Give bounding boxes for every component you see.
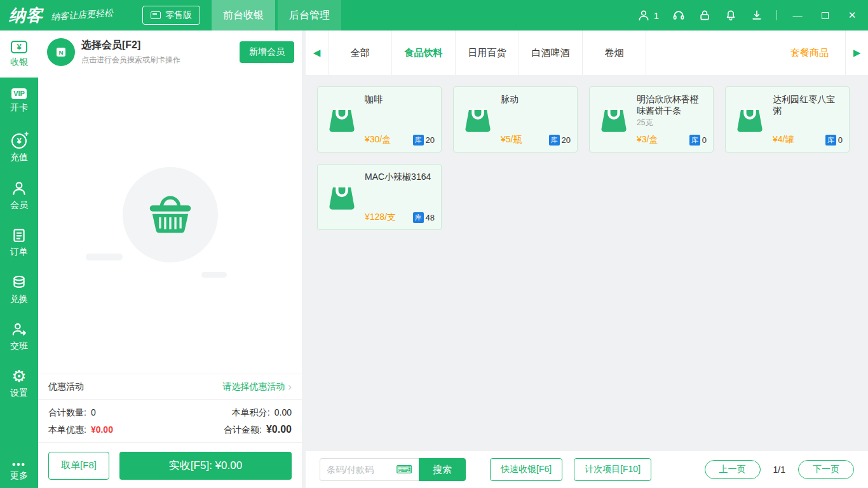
points-label: 本单积分: — [232, 407, 270, 419]
category-tab-food-drink[interactable]: 食品饮料 — [392, 30, 456, 75]
combo-products-tab[interactable]: 套餐商品 — [774, 30, 845, 75]
main-tabs: 前台收银 后台管理 — [212, 0, 341, 30]
sidebar-item-label: 兑换 — [10, 294, 28, 305]
sidebar-item-exchange[interactable]: 兑换 — [0, 266, 38, 313]
product-name: 明治欣欣杯香橙味酱饼干条 — [637, 93, 707, 116]
order-list-icon — [11, 227, 27, 243]
topbar: 纳客 纳客让店更轻松 零售版 前台收银 后台管理 1 — ✕ — [0, 0, 868, 30]
sidebar-item-label: 会员 — [10, 200, 28, 211]
coins-icon — [11, 274, 27, 290]
decoration-cloud — [86, 254, 123, 261]
promo-label: 优惠活动 — [48, 381, 84, 393]
edition-button[interactable]: 零售版 — [142, 6, 200, 25]
category-scroll-left-button[interactable]: ◀ — [306, 30, 329, 75]
product-bottom: ¥30/盒 库20 — [365, 134, 435, 146]
add-member-button[interactable]: 新增会员 — [240, 41, 294, 63]
product-info: 达利园红枣八宝粥 ¥4/罐 库0 — [773, 93, 843, 146]
count-item-button[interactable]: 计次项目[F10] — [574, 458, 651, 481]
product-card[interactable]: 达利园红枣八宝粥 ¥4/罐 库0 — [725, 86, 850, 152]
shopping-bag-icon — [733, 102, 766, 137]
shopping-bag-icon — [597, 102, 630, 137]
member-select-subtitle: 点击进行会员搜索或刷卡操作 — [81, 55, 240, 65]
sidebar-item-open-card[interactable]: VIP 开卡 — [0, 78, 38, 125]
sidebar-item-more[interactable]: ••• 更多 — [0, 461, 38, 488]
prev-page-button[interactable]: 上一页 — [705, 460, 761, 479]
totals-row-2: 本单优惠:¥0.00 合计金额:¥0.00 — [48, 421, 292, 438]
bottom-bar: ⌨ 搜索 快速收银[F6] 计次项目[F10] 上一页 1/1 下一页 — [306, 451, 868, 488]
keyboard-icon[interactable]: ⌨ — [396, 464, 412, 475]
shopping-bag-icon — [461, 102, 494, 137]
download-icon[interactable] — [750, 9, 763, 22]
tab-front-cashier[interactable]: 前台收银 — [212, 0, 275, 30]
stock-badge-icon: 库 — [689, 135, 700, 146]
main-area: ¥ 收银 VIP 开卡 ¥+ 充值 会员 订单 兑换 — [0, 30, 868, 488]
product-card[interactable]: 明治欣欣杯香橙味酱饼干条 25克 ¥3/盒 库0 — [589, 86, 714, 152]
topbar-divider — [776, 10, 777, 20]
sidebar-item-cashier[interactable]: ¥ 收银 — [0, 30, 38, 78]
user-account[interactable]: 1 — [637, 9, 659, 22]
sidebar-item-orders[interactable]: 订单 — [0, 219, 38, 266]
pagination: 上一页 1/1 下一页 — [705, 460, 854, 479]
totals-row-1: 合计数量:0 本单积分:0.00 — [48, 404, 292, 421]
sidebar-item-member[interactable]: 会员 — [0, 172, 38, 219]
product-catalog: ◀ 全部 食品饮料 日用百货 白酒啤酒 卷烟 套餐商品 ▶ 咖啡 ¥30/盒 — [302, 30, 868, 488]
svg-text:N: N — [58, 49, 63, 56]
product-card[interactable]: MAC小辣椒3164 ¥128/支 库48 — [317, 164, 442, 230]
sidebar-item-label: 开卡 — [10, 102, 28, 114]
category-tab-liquor-beer[interactable]: 白酒啤酒 — [519, 30, 583, 75]
bell-icon[interactable] — [724, 9, 737, 22]
more-dots-icon: ••• — [12, 461, 26, 468]
brand: 纳客 纳客让店更轻松 — [9, 4, 113, 27]
next-page-button[interactable]: 下一页 — [798, 460, 854, 479]
order-totals: 合计数量:0 本单积分:0.00 本单优惠:¥0.00 合计金额:¥0.00 — [38, 399, 302, 442]
pay-button[interactable]: 实收[F5]: ¥0.00 — [119, 452, 292, 480]
product-card[interactable]: 脉动 ¥5/瓶 库20 — [453, 86, 578, 152]
member-select-area[interactable]: N 选择会员[F2] 点击进行会员搜索或刷卡操作 新增会员 — [38, 30, 302, 74]
edition-label: 零售版 — [165, 10, 192, 21]
select-promo-link[interactable]: 请选择优惠活动› — [222, 381, 292, 393]
product-bottom: ¥128/支 库48 — [365, 212, 435, 223]
stock-badge-icon: 库 — [413, 212, 424, 223]
gear-icon: ⚙ — [11, 368, 26, 384]
product-name: 脉动 — [501, 93, 571, 105]
sidebar-item-shift[interactable]: 交班 — [0, 313, 38, 360]
sidebar-item-settings[interactable]: ⚙ 设置 — [0, 360, 38, 407]
category-tab-all[interactable]: 全部 — [329, 30, 392, 75]
qty-label: 合计数量: — [48, 407, 86, 419]
cashier-icon: ¥ — [11, 41, 27, 53]
product-bottom: ¥5/瓶 库20 — [501, 134, 571, 146]
search-button[interactable]: 搜索 — [419, 458, 466, 481]
maximize-button[interactable] — [818, 8, 832, 22]
product-stock: 库20 — [549, 135, 571, 146]
sidebar-item-recharge[interactable]: ¥+ 充值 — [0, 125, 38, 172]
stock-count: 20 — [562, 135, 571, 145]
user-icon — [637, 9, 650, 22]
minimize-button[interactable]: — — [790, 8, 804, 22]
chevron-right-icon: › — [288, 381, 292, 392]
product-bottom: ¥4/罐 库0 — [773, 134, 843, 146]
category-bar: ◀ 全部 食品饮料 日用百货 白酒啤酒 卷烟 套餐商品 ▶ — [306, 30, 868, 75]
product-card[interactable]: 咖啡 ¥30/盒 库20 — [317, 86, 442, 152]
product-spec: 25克 — [637, 118, 707, 128]
stock-count: 0 — [838, 135, 843, 145]
hold-order-button[interactable]: 取单[F8] — [48, 452, 109, 480]
quick-cashier-button[interactable]: 快速收银[F6] — [490, 458, 562, 481]
product-info: MAC小辣椒3164 ¥128/支 库48 — [365, 171, 435, 223]
category-tab-cigarettes[interactable]: 卷烟 — [583, 30, 646, 75]
product-price: ¥3/盒 — [637, 134, 658, 146]
app-logo: 纳客 — [9, 4, 43, 27]
close-button[interactable]: ✕ — [845, 8, 859, 22]
category-scroll-right-button[interactable]: ▶ — [845, 30, 868, 75]
product-stock: 库20 — [413, 135, 435, 146]
qty-value: 0 — [91, 407, 96, 417]
user-count: 1 — [654, 10, 659, 21]
amount-value: ¥0.00 — [266, 424, 292, 435]
product-name: 达利园红枣八宝粥 — [773, 93, 843, 116]
headset-icon[interactable] — [672, 9, 685, 22]
lock-icon[interactable] — [698, 9, 711, 22]
tab-back-management[interactable]: 后台管理 — [278, 0, 341, 30]
app-window: 纳客 纳客让店更轻松 零售版 前台收银 后台管理 1 — ✕ — [0, 0, 868, 488]
category-tab-daily-goods[interactable]: 日用百货 — [456, 30, 519, 75]
empty-basket-illustration — [123, 167, 218, 262]
sidebar-item-label: 收银 — [10, 57, 28, 68]
